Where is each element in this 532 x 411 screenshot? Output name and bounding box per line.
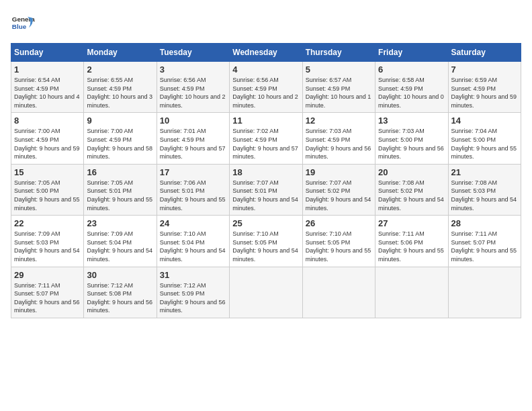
day-number: 17 <box>160 167 226 177</box>
day-number: 23 <box>87 218 153 228</box>
day-number: 4 <box>232 64 299 75</box>
weekday-header-wednesday: Wednesday <box>230 44 302 62</box>
day-detail: Sunrise: 6:56 AMSunset: 4:59 PMDaylight:… <box>160 77 226 109</box>
day-number: 1 <box>14 64 81 75</box>
header: General Blue <box>11 11 521 35</box>
weekday-header-friday: Friday <box>375 44 448 62</box>
week-row-4: 22 Sunrise: 7:09 AMSunset: 5:03 PMDaylig… <box>11 216 521 267</box>
day-number: 24 <box>160 218 226 228</box>
day-detail: Sunrise: 6:55 AMSunset: 4:59 PMDaylight:… <box>87 77 152 109</box>
day-number: 18 <box>232 167 299 177</box>
day-detail: Sunrise: 6:59 AMSunset: 4:59 PMDaylight:… <box>451 77 517 109</box>
calendar-cell: 27 Sunrise: 7:11 AMSunset: 5:06 PMDaylig… <box>375 216 448 267</box>
calendar-cell: 15 Sunrise: 7:05 AMSunset: 5:00 PMDaylig… <box>11 164 84 215</box>
day-detail: Sunrise: 7:03 AMSunset: 5:00 PMDaylight:… <box>378 128 444 160</box>
day-number: 19 <box>306 167 372 177</box>
calendar-cell: 16 Sunrise: 7:05 AMSunset: 5:01 PMDaylig… <box>84 164 157 215</box>
day-detail: Sunrise: 6:56 AMSunset: 4:59 PMDaylight:… <box>232 77 298 109</box>
day-detail: Sunrise: 6:57 AMSunset: 4:59 PMDaylight:… <box>306 77 371 109</box>
day-detail: Sunrise: 6:58 AMSunset: 4:59 PMDaylight:… <box>378 77 444 109</box>
day-number: 21 <box>451 167 518 177</box>
weekday-header-tuesday: Tuesday <box>157 44 229 62</box>
calendar-cell: 23 Sunrise: 7:09 AMSunset: 5:04 PMDaylig… <box>84 216 157 267</box>
calendar-cell <box>230 267 302 318</box>
week-row-5: 29 Sunrise: 7:11 AMSunset: 5:07 PMDaylig… <box>11 267 521 318</box>
calendar-cell: 13 Sunrise: 7:03 AMSunset: 5:00 PMDaylig… <box>375 113 448 164</box>
day-detail: Sunrise: 7:07 AMSunset: 5:01 PMDaylight:… <box>232 179 298 212</box>
day-detail: Sunrise: 7:01 AMSunset: 4:59 PMDaylight:… <box>160 128 226 160</box>
day-detail: Sunrise: 7:05 AMSunset: 5:01 PMDaylight:… <box>87 179 152 212</box>
week-row-2: 8 Sunrise: 7:00 AMSunset: 4:59 PMDayligh… <box>11 113 521 164</box>
calendar-cell: 8 Sunrise: 7:00 AMSunset: 4:59 PMDayligh… <box>11 113 84 164</box>
day-detail: Sunrise: 7:12 AMSunset: 5:09 PMDaylight:… <box>160 282 226 314</box>
weekday-header-saturday: Saturday <box>448 44 521 62</box>
calendar-cell: 11 Sunrise: 7:02 AMSunset: 4:59 PMDaylig… <box>230 113 302 164</box>
calendar-cell <box>302 267 375 318</box>
day-detail: Sunrise: 7:12 AMSunset: 5:08 PMDaylight:… <box>87 282 152 314</box>
day-detail: Sunrise: 7:09 AMSunset: 5:04 PMDaylight:… <box>87 230 152 263</box>
day-number: 31 <box>160 270 226 280</box>
day-number: 3 <box>160 64 226 75</box>
day-number: 14 <box>451 116 518 126</box>
day-detail: Sunrise: 7:08 AMSunset: 5:02 PMDaylight:… <box>378 179 444 212</box>
day-detail: Sunrise: 7:02 AMSunset: 4:59 PMDaylight:… <box>232 128 298 160</box>
calendar-body: 1 Sunrise: 6:54 AMSunset: 4:59 PMDayligh… <box>11 62 521 318</box>
day-number: 25 <box>232 218 299 228</box>
calendar-cell: 29 Sunrise: 7:11 AMSunset: 5:07 PMDaylig… <box>11 267 84 318</box>
day-detail: Sunrise: 7:11 AMSunset: 5:07 PMDaylight:… <box>14 282 80 314</box>
svg-text:Blue: Blue <box>12 23 27 30</box>
weekday-header-sunday: Sunday <box>11 44 84 62</box>
day-number: 16 <box>87 167 153 177</box>
day-detail: Sunrise: 7:11 AMSunset: 5:07 PMDaylight:… <box>451 230 517 263</box>
calendar-cell: 31 Sunrise: 7:12 AMSunset: 5:09 PMDaylig… <box>157 267 229 318</box>
day-detail: Sunrise: 7:05 AMSunset: 5:00 PMDaylight:… <box>14 179 80 212</box>
calendar-cell: 26 Sunrise: 7:10 AMSunset: 5:05 PMDaylig… <box>302 216 375 267</box>
day-detail: Sunrise: 7:07 AMSunset: 5:02 PMDaylight:… <box>306 179 371 212</box>
day-number: 5 <box>306 64 372 75</box>
day-number: 22 <box>14 218 81 228</box>
logo: General Blue <box>11 11 35 35</box>
calendar-cell: 6 Sunrise: 6:58 AMSunset: 4:59 PMDayligh… <box>375 62 448 113</box>
calendar-cell: 10 Sunrise: 7:01 AMSunset: 4:59 PMDaylig… <box>157 113 229 164</box>
calendar-cell: 18 Sunrise: 7:07 AMSunset: 5:01 PMDaylig… <box>230 164 302 215</box>
day-number: 27 <box>378 218 445 228</box>
calendar-cell: 3 Sunrise: 6:56 AMSunset: 4:59 PMDayligh… <box>157 62 229 113</box>
calendar-cell <box>375 267 448 318</box>
calendar-cell <box>448 267 521 318</box>
day-detail: Sunrise: 7:03 AMSunset: 4:59 PMDaylight:… <box>306 128 371 160</box>
calendar-cell: 7 Sunrise: 6:59 AMSunset: 4:59 PMDayligh… <box>448 62 521 113</box>
day-detail: Sunrise: 7:00 AMSunset: 4:59 PMDaylight:… <box>87 128 152 160</box>
calendar-table: SundayMondayTuesdayWednesdayThursdayFrid… <box>11 43 521 318</box>
calendar-cell: 24 Sunrise: 7:10 AMSunset: 5:04 PMDaylig… <box>157 216 229 267</box>
week-row-3: 15 Sunrise: 7:05 AMSunset: 5:00 PMDaylig… <box>11 164 521 215</box>
day-number: 8 <box>14 116 81 126</box>
day-detail: Sunrise: 7:11 AMSunset: 5:06 PMDaylight:… <box>378 230 444 263</box>
calendar-cell: 17 Sunrise: 7:06 AMSunset: 5:01 PMDaylig… <box>157 164 229 215</box>
day-number: 30 <box>87 270 153 280</box>
calendar-cell: 9 Sunrise: 7:00 AMSunset: 4:59 PMDayligh… <box>84 113 157 164</box>
calendar-cell: 20 Sunrise: 7:08 AMSunset: 5:02 PMDaylig… <box>375 164 448 215</box>
calendar-cell: 14 Sunrise: 7:04 AMSunset: 5:00 PMDaylig… <box>448 113 521 164</box>
day-detail: Sunrise: 7:09 AMSunset: 5:03 PMDaylight:… <box>14 230 80 263</box>
day-number: 15 <box>14 167 81 177</box>
day-number: 20 <box>378 167 445 177</box>
weekday-header-row: SundayMondayTuesdayWednesdayThursdayFrid… <box>11 44 521 62</box>
calendar-cell: 22 Sunrise: 7:09 AMSunset: 5:03 PMDaylig… <box>11 216 84 267</box>
day-number: 29 <box>14 270 81 280</box>
calendar-cell: 1 Sunrise: 6:54 AMSunset: 4:59 PMDayligh… <box>11 62 84 113</box>
calendar-cell: 4 Sunrise: 6:56 AMSunset: 4:59 PMDayligh… <box>230 62 302 113</box>
day-detail: Sunrise: 7:10 AMSunset: 5:04 PMDaylight:… <box>160 230 226 263</box>
day-detail: Sunrise: 7:04 AMSunset: 5:00 PMDaylight:… <box>451 128 517 160</box>
calendar-cell: 25 Sunrise: 7:10 AMSunset: 5:05 PMDaylig… <box>230 216 302 267</box>
day-number: 6 <box>378 64 445 75</box>
weekday-header-thursday: Thursday <box>302 44 375 62</box>
week-row-1: 1 Sunrise: 6:54 AMSunset: 4:59 PMDayligh… <box>11 62 521 113</box>
calendar-cell: 12 Sunrise: 7:03 AMSunset: 4:59 PMDaylig… <box>302 113 375 164</box>
calendar-cell: 28 Sunrise: 7:11 AMSunset: 5:07 PMDaylig… <box>448 216 521 267</box>
day-number: 12 <box>306 116 372 126</box>
day-number: 9 <box>87 116 153 126</box>
calendar-cell: 2 Sunrise: 6:55 AMSunset: 4:59 PMDayligh… <box>84 62 157 113</box>
day-number: 10 <box>160 116 226 126</box>
day-detail: Sunrise: 6:54 AMSunset: 4:59 PMDaylight:… <box>14 77 80 109</box>
day-number: 7 <box>451 64 518 75</box>
